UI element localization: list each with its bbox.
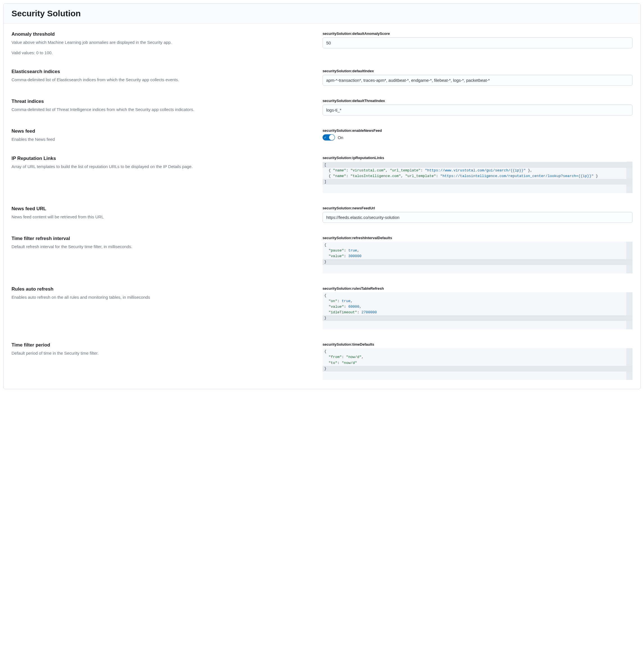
code-token: "value" [328,254,344,258]
code-token: } [324,367,326,371]
setting-description: Default period of time in the Security t… [12,350,316,357]
setting-key: securitySolution:enableNewsFeed [323,128,632,133]
setting-key: securitySolution:newsFeedUrl [323,206,632,210]
setting-elasticsearch-indices: Elasticsearch indices Comma-delimited li… [12,63,632,93]
setting-description: Comma-delimited list of Threat Intellige… [12,107,316,113]
code-token: }, [526,168,532,173]
setting-key: securitySolution:refreshIntervalDefaults [323,236,632,240]
code-token: 60000 [348,305,359,309]
code-token: } [324,260,326,264]
panel-header: Security Solution [4,4,640,24]
panel-body: Anomaly threshold Value above which Mach… [4,24,640,389]
section-title: Security Solution [12,9,632,18]
setting-description: Enables the News feed [12,136,316,143]
code-token: { [324,174,333,178]
setting-description: Array of URL templates to build the list… [12,163,316,170]
setting-title: Anomaly threshold [12,31,316,37]
setting-key: securitySolution:rulesTableRefresh [323,286,632,290]
setting-key: securitySolution:defaultIndex [323,69,632,73]
elasticsearch-indices-input[interactable] [323,75,632,86]
setting-ip-reputation-links: IP Reputation Links Array of URL templat… [12,150,632,201]
code-token: 2700000 [362,310,377,314]
code-token: "https://www.virustotal.com/gui/search/{… [425,168,526,173]
code-token: "pause" [328,248,344,253]
setting-news-feed-enable: News feed Enables the News feed security… [12,123,632,150]
ip-reputation-code-editor[interactable]: [ { "name": "virustotal.com", "url_templ… [323,161,632,193]
code-token: "name" [333,168,346,173]
setting-key: securitySolution:defaultAnomalyScore [323,31,632,36]
code-token: "now/d" [346,355,362,359]
setting-title: News feed URL [12,206,316,212]
setting-title: IP Reputation Links [12,156,316,161]
code-token: "value" [328,305,344,309]
setting-title: News feed [12,128,316,134]
code-token: { [324,349,326,353]
code-token: "name" [333,174,346,178]
setting-description: Enables auto refresh on the all rules an… [12,294,316,301]
code-token: } [594,174,598,178]
setting-title: Elasticsearch indices [12,69,316,74]
security-solution-panel: Security Solution Anomaly threshold Valu… [3,3,641,389]
code-token: true [348,248,357,253]
setting-key: securitySolution:timeDefaults [323,342,632,347]
setting-key: securitySolution:defaultThreatIndex [323,98,632,103]
code-token: "on" [328,299,337,303]
setting-desc-line: Valid values: 0 to 100. [12,50,316,56]
setting-description: Default refresh interval for the Securit… [12,244,316,250]
code-token: { [324,168,333,173]
code-token: } [324,316,326,320]
setting-news-feed-url: News feed URL News feed content will be … [12,200,632,230]
refresh-interval-code-editor[interactable]: { "pause": true, "value": 300000 } [323,242,632,273]
check-icon: ✓ [324,136,326,139]
code-token: "idleTimeout" [328,310,357,314]
setting-title: Time filter period [12,342,316,348]
code-token: "to" [328,361,337,365]
setting-refresh-interval: Time filter refresh interval Default ref… [12,230,632,281]
code-token: [ [324,163,326,167]
code-token: "talosIntelligence.com" [351,174,401,178]
code-token: 300000 [348,254,362,258]
code-token: { [324,243,326,247]
news-feed-toggle[interactable]: ✓ [323,134,335,140]
setting-description: Value above which Machine Learning job a… [12,39,316,56]
setting-description: News feed content will be retrieved from… [12,214,316,220]
setting-threat-indices: Threat indices Comma-delimited list of T… [12,93,632,123]
setting-title: Time filter refresh interval [12,236,316,241]
setting-rules-auto-refresh: Rules auto refresh Enables auto refresh … [12,281,632,337]
setting-title: Rules auto refresh [12,286,316,292]
news-feed-url-input[interactable] [323,212,632,223]
code-token: ] [324,179,326,184]
rules-refresh-code-editor[interactable]: { "on": true, "value": 60000, "idleTimeo… [323,292,632,330]
setting-key: securitySolution:ipReputationLinks [323,156,632,160]
code-token: { [324,293,326,298]
setting-anomaly-threshold: Anomaly threshold Value above which Mach… [12,26,632,63]
code-token: "url_template" [406,174,436,178]
toggle-state-label: On [338,135,343,140]
toggle-knob [329,135,335,140]
threat-indices-input[interactable] [323,105,632,115]
code-token: "from" [328,355,342,359]
code-token: true [342,299,350,303]
code-token: "url_template" [390,168,420,173]
time-defaults-code-editor[interactable]: { "from": "now/d", "to": "now/d" } [323,348,632,380]
setting-description: Comma-delimited list of Elasticsearch in… [12,77,316,83]
setting-title: Threat indices [12,98,316,104]
code-token: "https://talosintelligence.com/reputatio… [440,174,594,178]
setting-time-defaults: Time filter period Default period of tim… [12,337,632,381]
setting-desc-line: Value above which Machine Learning job a… [12,39,316,46]
code-token: "now/d" [342,361,357,365]
anomaly-threshold-input[interactable] [323,37,632,48]
code-token: "virustotal.com" [351,168,386,173]
